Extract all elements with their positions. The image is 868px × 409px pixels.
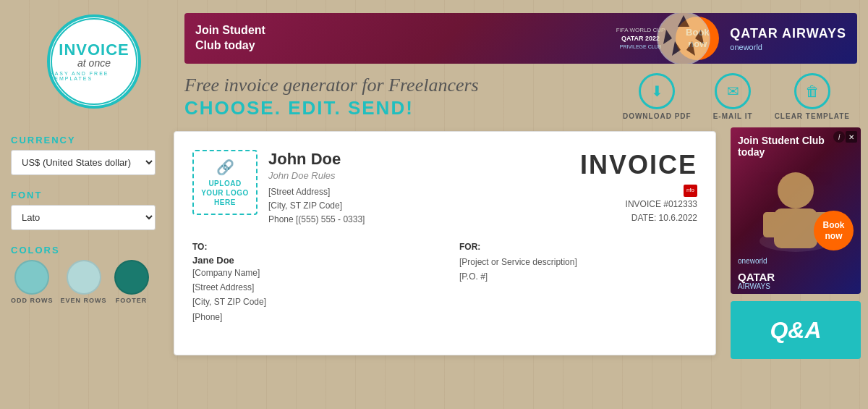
ad-close-btn[interactable]: ✕ [846, 131, 857, 143]
svg-point-7 [778, 172, 814, 208]
color-circles: ODD ROWS EVEN ROWS FOOTER [11, 260, 156, 304]
colors-label: COLORS [11, 245, 156, 256]
right-ad2-text: Q&A [770, 317, 821, 344]
email-icon: ✉ [715, 73, 751, 109]
right-sidebar: i ✕ Join Student Club today Book now one… [723, 124, 868, 363]
invoice-contact-info: John Doe John Doe Rules [Street Address]… [268, 150, 365, 227]
qatar-airways-info: QATAR AIRWAYS oneworld [730, 26, 846, 51]
logo-area: INVOICE at once EASY AND FREE TEMPLATES [11, 7, 177, 116]
body-layout: CURRENCY US$ (United States dollar) FONT… [0, 124, 868, 363]
oneworld-text: oneworld [730, 43, 762, 51]
right-ad2-box[interactable]: Q&A [731, 301, 861, 359]
invoice-to-for: TO: Jane Doe [Company Name] [Street Addr… [192, 242, 697, 325]
svg-rect-8 [774, 208, 817, 248]
to-label: TO: [192, 242, 430, 252]
invoice-header-row: 🔗 UPLOAD YOUR LOGO HERE John Doe John Do… [192, 150, 697, 227]
upload-text: UPLOAD YOUR LOGO HERE [197, 179, 252, 207]
for-po[interactable]: [P.O. #] [459, 269, 697, 284]
clear-template-btn[interactable]: 🗑 CLEAR TEMPLATE [775, 73, 850, 120]
odd-rows-color[interactable] [14, 260, 49, 295]
odd-rows-color-wrapper: ODD ROWS [11, 260, 54, 304]
action-buttons: ⬇ DOWNLOAD PDF ✉ E-MAIL IT 🗑 CLEAR TEMPL… [623, 73, 857, 120]
right-ad-book-now-btn[interactable]: Book now [814, 211, 854, 250]
invoice-title-area: INVOICE nfo INVOICE #012333 DATE: 10.6.2… [580, 150, 697, 226]
for-description[interactable]: [Project or Service description] [459, 255, 697, 269]
for-label: FOR: [459, 242, 697, 252]
to-street[interactable]: [Street Address] [192, 280, 430, 295]
invoice-title: INVOICE [580, 150, 697, 180]
right-ad-qatar: QATAR [738, 271, 775, 283]
invoice-street[interactable]: [Street Address] [268, 185, 365, 199]
font-label: FONT [11, 190, 156, 201]
invoice-date[interactable]: DATE: 10.6.2022 [580, 211, 697, 225]
email-it-btn[interactable]: ✉ E-MAIL IT [713, 73, 753, 120]
left-sidebar: CURRENCY US$ (United States dollar) FONT… [0, 124, 166, 363]
footer-color-wrapper: FOOTER [114, 260, 149, 304]
invoice-meta: nfo INVOICE #012333 DATE: 10.6.2022 [580, 184, 697, 226]
qatar-airways-logo: QATAR AIRWAYS [730, 26, 846, 41]
font-section: FONT Lato [11, 190, 156, 230]
invoice-area: 🔗 UPLOAD YOUR LOGO HERE John Doe John Do… [166, 124, 723, 363]
email-label: E-MAIL IT [713, 112, 753, 120]
invoice-number-badge: nfo [684, 185, 697, 197]
invoice-phone[interactable]: Phone [(555) 555 - 0333] [268, 213, 365, 227]
invoice-for-section: FOR: [Project or Service description] [P… [459, 242, 697, 325]
even-rows-color-wrapper: EVEN ROWS [61, 260, 107, 304]
headline-sub: CHOOSE. EDIT. SEND! [184, 97, 623, 119]
invoice-address: [Street Address] [City, ST ZIP Code] Pho… [268, 185, 365, 227]
invoice-number[interactable]: INVOICE #012333 [580, 198, 697, 211]
font-select[interactable]: Lato [11, 205, 156, 230]
download-label: DOWNLOAD PDF [623, 112, 692, 120]
invoice-paper: 🔗 UPLOAD YOUR LOGO HERE John Doe John Do… [174, 131, 716, 355]
even-rows-label: EVEN ROWS [61, 297, 107, 304]
trash-icon: 🗑 [794, 73, 830, 109]
right-ad-box[interactable]: i ✕ Join Student Club today Book now one… [731, 127, 861, 294]
headline-text: Free invoice generator for Freelancers C… [184, 74, 623, 119]
currency-section: CURRENCY US$ (United States dollar) [11, 135, 156, 175]
headline-main: Free invoice generator for Freelancers [184, 74, 623, 96]
even-rows-color[interactable] [67, 260, 101, 295]
ad-info-icon[interactable]: i [833, 131, 845, 143]
logo-inner-ring [51, 18, 137, 105]
footer-label: FOOTER [116, 297, 148, 304]
ad-top-right: FIFA WORLD CUP QATAR 2022 PRIVILEGE CLUB… [616, 17, 846, 60]
download-icon: ⬇ [639, 73, 675, 109]
upload-icon: 🔗 [216, 159, 234, 176]
main-content: Join Student Club today FIFA WORLD CUP [177, 7, 857, 124]
logo-circle: INVOICE at once EASY AND FREE TEMPLATES [47, 14, 141, 109]
soccer-ball-icon [655, 13, 712, 64]
invoice-logo-area: 🔗 UPLOAD YOUR LOGO HERE John Doe John Do… [192, 150, 365, 227]
right-ad-oneworld: oneworld [738, 257, 767, 265]
to-city[interactable]: [City, ST ZIP Code] [192, 295, 430, 309]
invoice-company[interactable]: John Doe Rules [268, 170, 365, 181]
upload-logo-box[interactable]: 🔗 UPLOAD YOUR LOGO HERE [192, 150, 258, 215]
right-ad-airways: AIRWAYS [738, 282, 770, 290]
to-name[interactable]: Jane Doe [192, 255, 430, 266]
to-company[interactable]: [Company Name] [192, 266, 430, 280]
clear-label: CLEAR TEMPLATE [775, 112, 850, 120]
ad-banner-top[interactable]: Join Student Club today FIFA WORLD CUP [184, 13, 857, 64]
currency-label: CURRENCY [11, 135, 156, 146]
footer-color[interactable] [114, 260, 149, 295]
to-phone[interactable]: [Phone] [192, 310, 430, 324]
invoice-city-zip[interactable]: [City, ST ZIP Code] [268, 199, 365, 213]
odd-rows-label: ODD ROWS [11, 297, 54, 304]
currency-select[interactable]: US$ (United States dollar) [11, 150, 156, 175]
invoice-to-section: TO: Jane Doe [Company Name] [Street Addr… [192, 242, 430, 325]
colors-section: COLORS ODD ROWS EVEN ROWS FOOTER [11, 245, 156, 304]
download-pdf-btn[interactable]: ⬇ DOWNLOAD PDF [623, 73, 692, 120]
heading-section: Free invoice generator for Freelancers C… [177, 69, 857, 124]
svg-rect-9 [763, 212, 778, 237]
ad-top-text: Join Student Club today [195, 23, 265, 54]
invoice-client-name[interactable]: John Doe [268, 150, 365, 169]
